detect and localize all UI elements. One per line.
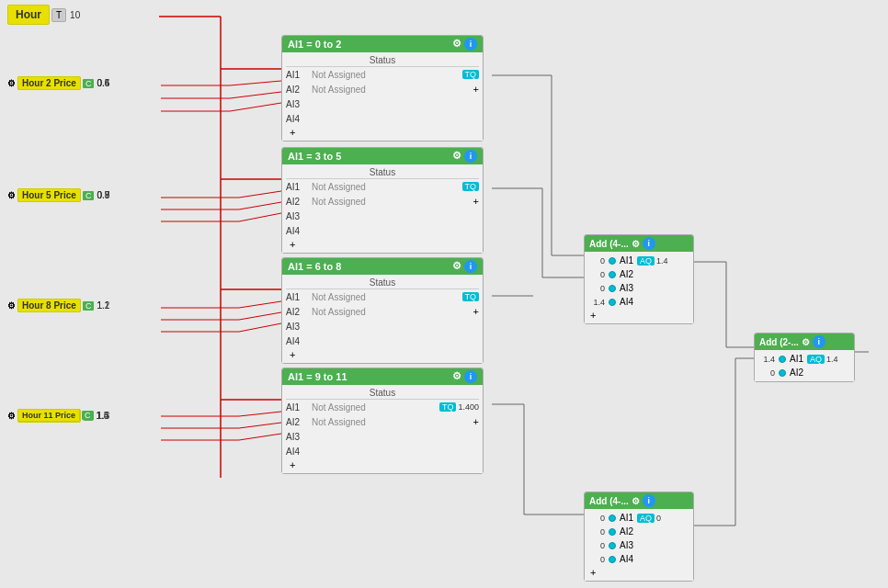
add2-port1 — [779, 356, 786, 363]
ai2-plus[interactable]: + — [473, 196, 479, 207]
hour-label[interactable]: Hour — [7, 5, 50, 25]
hour-8-value: 1.2 — [97, 300, 109, 311]
info-icon[interactable]: i — [464, 370, 477, 383]
hour-2-value: 0.6 — [97, 78, 109, 88]
info-icon[interactable]: i — [464, 260, 477, 273]
hour-5-c: C — [83, 191, 95, 200]
svg-line-16 — [239, 191, 281, 198]
ai4-title: AI1 = 9 to 11 — [288, 371, 347, 382]
add1-bottom-plus[interactable]: + — [590, 310, 596, 321]
svg-line-24 — [239, 323, 281, 332]
ai1-row1: AI1 Not Assigned TQ — [286, 67, 479, 82]
canvas: Hour T 10 ⚙ Hour 0 Price C 0.4 ⚙ Hour 1 … — [0, 0, 888, 588]
hour-8-label[interactable]: Hour 8 Price — [17, 299, 81, 312]
ai3-row4: AI4 — [286, 334, 479, 348]
gear-icon[interactable]: ⚙ — [452, 150, 461, 163]
ai2-row1: AI1 Not Assigned TQ — [286, 179, 479, 194]
gear-icon[interactable]: ⚙ — [632, 496, 640, 506]
ai2-bottom-plus[interactable]: + — [290, 239, 295, 250]
ai1-row4: AI4 — [286, 111, 479, 126]
ai3-bottom-plus[interactable]: + — [290, 349, 295, 360]
ai4-header: AI1 = 9 to 11 ⚙ i — [282, 368, 483, 385]
t-badge: T — [51, 8, 66, 22]
info-icon[interactable]: i — [464, 38, 477, 51]
add2-val1: 1.4 — [760, 355, 775, 364]
svg-line-29 — [239, 423, 281, 428]
hour-11-c: C — [82, 411, 94, 420]
info-icon[interactable]: i — [643, 237, 655, 250]
hour-2-label[interactable]: Hour 2 Price — [17, 76, 81, 90]
add3-bottom-plus[interactable]: + — [590, 567, 596, 578]
hour-2-c: C — [83, 79, 95, 88]
add1-port1 — [609, 257, 616, 265]
svg-line-10 — [230, 81, 281, 85]
ai2-title: AI1 = 3 to 5 — [288, 151, 341, 162]
ai1-row2: AI2 Not Assigned + — [286, 82, 479, 96]
ai1-bottom-plus[interactable]: + — [290, 127, 295, 138]
info-icon[interactable]: i — [643, 494, 655, 507]
gear-icon[interactable]: ⚙ — [802, 337, 810, 347]
add2-row1: 1.4 AI1 AQ 1.4 — [757, 352, 852, 366]
hour-5-price[interactable]: ⚙ Hour 5 Price C 0.9 — [7, 188, 109, 202]
add2-out: 1.4 — [826, 355, 838, 364]
add3-row3: 0 AI3 — [586, 538, 691, 552]
gear-icon[interactable]: ⚙ — [632, 239, 640, 249]
ai2-row3: AI3 — [286, 209, 479, 223]
gear-icon: ⚙ — [7, 190, 16, 200]
ai-node-2: AI1 = 3 to 5 ⚙ i Status AI1 Not Assigned… — [281, 147, 484, 254]
add3-port3 — [609, 542, 616, 549]
ai4-plus[interactable]: + — [473, 416, 479, 427]
add1-port4 — [609, 299, 616, 306]
add2-title: Add (2-... — [759, 337, 799, 347]
ai1-plus[interactable]: + — [473, 84, 479, 95]
hour-5-label[interactable]: Hour 5 Price — [17, 188, 81, 202]
add2-row2: 0 AI2 — [757, 366, 852, 379]
add2-aq: AQ — [807, 355, 825, 364]
add3-port4 — [609, 556, 616, 563]
info-icon[interactable]: i — [813, 335, 825, 348]
gear-icon: ⚙ — [7, 78, 16, 88]
gear-icon[interactable]: ⚙ — [452, 370, 461, 383]
add3-out: 0 — [656, 514, 661, 523]
add2-port2 — [779, 369, 786, 377]
ai1-tq: TQ — [462, 70, 480, 79]
hour-5-value: 0.9 — [97, 190, 109, 200]
add1-row2: 0 AI2 — [586, 267, 691, 281]
add-node-1: Add (4-... ⚙ i 0 AI1 AQ 1.4 0 AI2 0 AI3 — [584, 234, 694, 324]
add1-row1: 0 AI1 AQ 1.4 — [586, 254, 691, 267]
svg-line-23 — [239, 312, 281, 320]
add3-row2: 0 AI2 — [586, 525, 691, 538]
ai4-row1: AI1 Not Assigned TQ 1.400 — [286, 400, 479, 414]
ai1-row3: AI3 — [286, 96, 479, 111]
ai3-status: Status — [286, 277, 479, 289]
svg-line-18 — [239, 213, 281, 221]
ai2-header: AI1 = 3 to 5 ⚙ i — [282, 148, 483, 164]
ai3-tq: TQ — [462, 292, 480, 301]
ai3-header: AI1 = 6 to 8 ⚙ i — [282, 258, 483, 275]
info-icon[interactable]: i — [464, 150, 477, 163]
add1-header: Add (4-... ⚙ i — [585, 235, 693, 252]
ai4-row2: AI2 Not Assigned + — [286, 414, 479, 429]
add2-val2: 0 — [760, 368, 775, 378]
gear-icon[interactable]: ⚙ — [452, 260, 461, 273]
add3-val4: 0 — [590, 555, 605, 564]
add3-header: Add (4-... ⚙ i — [585, 492, 693, 509]
ai4-bottom-plus[interactable]: + — [290, 459, 295, 470]
svg-line-12 — [230, 103, 281, 111]
ai1-title: AI1 = 0 to 2 — [288, 39, 341, 50]
gear-icon: ⚙ — [7, 300, 16, 311]
ai2-status: Status — [286, 166, 479, 179]
add2-header: Add (2-... ⚙ i — [755, 334, 854, 350]
add1-aq: AQ — [637, 256, 655, 266]
add1-title: Add (4-... — [589, 239, 629, 249]
hour-value: 10 — [70, 10, 80, 20]
add-node-2: Add (2-... ⚙ i 1.4 AI1 AQ 1.4 0 AI2 — [754, 333, 855, 382]
svg-line-22 — [239, 301, 281, 308]
hour-2-price[interactable]: ⚙ Hour 2 Price C 0.6 — [7, 76, 109, 90]
hour-8-price[interactable]: ⚙ Hour 8 Price C 1.2 — [7, 299, 109, 312]
ai3-plus[interactable]: + — [473, 306, 479, 317]
hour-11-price[interactable]: ⚙ Hour 11 Price C 1.5 — [7, 409, 108, 422]
add1-val2: 0 — [590, 270, 605, 279]
hour-11-label[interactable]: Hour 11 Price — [17, 409, 80, 422]
gear-icon[interactable]: ⚙ — [452, 38, 461, 51]
